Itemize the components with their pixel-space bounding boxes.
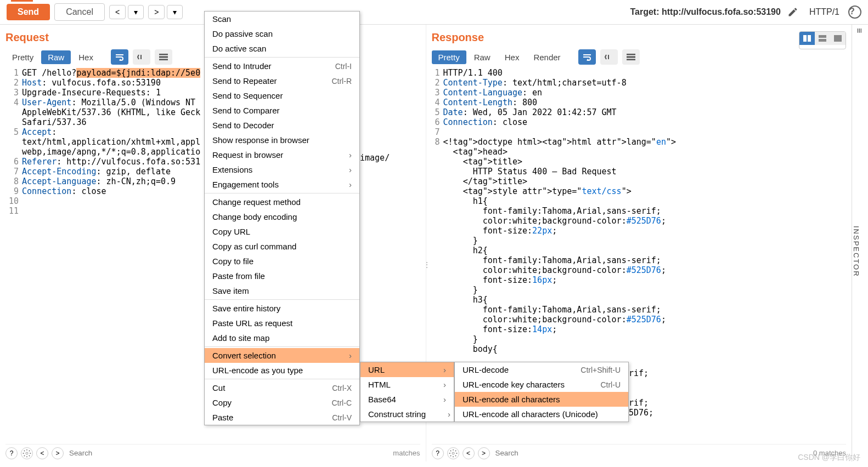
- menu-item[interactable]: Base64›: [360, 392, 454, 407]
- watermark: CSDN @李白你好: [798, 453, 860, 463]
- view-single-icon[interactable]: [830, 32, 846, 45]
- hamburger-icon[interactable]: [155, 49, 172, 65]
- svg-rect-6: [819, 35, 826, 38]
- response-search-input[interactable]: [493, 447, 810, 459]
- menu-item[interactable]: Scan: [205, 12, 359, 26]
- search-gear-icon[interactable]: [21, 447, 33, 459]
- menu-item[interactable]: Copy to file: [205, 254, 359, 269]
- menu-item[interactable]: Request in browser›: [205, 147, 359, 162]
- wrap-icon-resp[interactable]: [578, 49, 596, 65]
- svg-rect-9: [627, 54, 635, 55]
- tab-pretty[interactable]: Pretty: [5, 50, 40, 64]
- context-menu-main[interactable]: ScanDo passive scanDo active scanSend to…: [204, 11, 360, 425]
- request-search-input[interactable]: [67, 447, 390, 459]
- context-menu-url[interactable]: URL-decodeCtrl+Shift-UURL-encode key cha…: [454, 362, 629, 422]
- send-button[interactable]: Send: [7, 4, 50, 20]
- view-split-icon[interactable]: [799, 32, 815, 45]
- inspector-label: INSPECTOR: [852, 226, 860, 277]
- menu-item[interactable]: URL-encode key charactersCtrl-U: [455, 377, 628, 392]
- http-version[interactable]: HTTP/1: [809, 7, 839, 17]
- menu-item[interactable]: Change request method: [205, 195, 359, 209]
- menu-item[interactable]: Paste URL as request: [205, 316, 359, 331]
- view-stack-icon[interactable]: [815, 32, 830, 45]
- svg-rect-10: [627, 56, 635, 58]
- response-title: Response: [432, 31, 484, 44]
- svg-rect-8: [834, 35, 842, 42]
- menu-item[interactable]: Send to Comparer: [205, 103, 359, 118]
- cancel-button[interactable]: Cancel: [54, 3, 105, 21]
- newline-icon[interactable]: [133, 49, 150, 65]
- menu-item[interactable]: Send to IntruderCtrl-I: [205, 59, 359, 73]
- tab-render-resp[interactable]: Render: [527, 50, 567, 64]
- inspector-toggle-icon[interactable]: ≡: [854, 28, 864, 34]
- search-next-icon-resp[interactable]: >: [478, 447, 490, 459]
- menu-item[interactable]: URL-decodeCtrl+Shift-U: [455, 362, 628, 377]
- menu-item[interactable]: Send to Sequencer: [205, 88, 359, 103]
- forward-dropdown[interactable]: ▾: [167, 5, 183, 19]
- svg-rect-7: [819, 39, 826, 42]
- search-prev-icon-resp[interactable]: <: [463, 447, 475, 459]
- search-help-icon[interactable]: ?: [5, 447, 18, 459]
- tab-raw-resp[interactable]: Raw: [467, 50, 497, 64]
- request-search-matches: matches: [393, 449, 420, 457]
- search-help-icon-resp[interactable]: ?: [432, 447, 444, 459]
- search-gear-icon-resp[interactable]: [447, 447, 459, 459]
- menu-item[interactable]: Add to site map: [205, 331, 359, 345]
- menu-item[interactable]: Engagement tools›: [205, 177, 359, 192]
- tab-raw[interactable]: Raw: [41, 50, 71, 64]
- edit-target-icon[interactable]: [785, 4, 801, 20]
- menu-item[interactable]: Convert selection›: [205, 348, 359, 363]
- menu-item[interactable]: HTML›: [360, 377, 454, 392]
- menu-item[interactable]: CutCtrl-X: [205, 380, 359, 395]
- svg-rect-2: [159, 59, 168, 60]
- menu-item[interactable]: Extensions›: [205, 162, 359, 177]
- forward-button[interactable]: >: [148, 5, 165, 19]
- menu-item[interactable]: URL-encode as you type: [205, 363, 359, 378]
- view-toggle[interactable]: [799, 31, 846, 49]
- wrap-icon[interactable]: [111, 49, 128, 65]
- menu-item[interactable]: CopyCtrl-C: [205, 395, 359, 410]
- menu-item[interactable]: Copy URL: [205, 224, 359, 239]
- menu-item[interactable]: Do active scan: [205, 41, 359, 56]
- menu-item[interactable]: Send to RepeaterCtrl-R: [205, 73, 359, 88]
- overflow-css: rif;rif;5D76;: [629, 368, 653, 418]
- newline-icon-resp[interactable]: [600, 49, 618, 65]
- inspector-rail[interactable]: ≡ INSPECTOR: [852, 25, 868, 462]
- overflow-text: image/: [360, 153, 390, 163]
- tab-hex-resp[interactable]: Hex: [498, 50, 526, 64]
- menu-item[interactable]: Show response in browser: [205, 133, 359, 147]
- context-menu-convert[interactable]: URL›HTML›Base64›Construct string›: [360, 362, 454, 422]
- hamburger-icon-resp[interactable]: [622, 49, 640, 65]
- menu-item[interactable]: URL-encode all characters: [455, 392, 628, 407]
- menu-item[interactable]: Send to Decoder: [205, 118, 359, 133]
- menu-item[interactable]: PasteCtrl-V: [205, 410, 359, 425]
- menu-item[interactable]: URL›: [360, 362, 454, 377]
- svg-rect-0: [159, 54, 168, 55]
- svg-point-12: [452, 452, 454, 454]
- menu-item[interactable]: URL-encode all characters (Unicode): [455, 407, 628, 422]
- menu-item[interactable]: Copy as curl command: [205, 239, 359, 254]
- search-next-icon[interactable]: >: [52, 447, 64, 459]
- top-toolbar: Send Cancel < ▾ > ▾ Target: http://vulfo…: [0, 0, 868, 25]
- svg-rect-11: [627, 59, 635, 60]
- svg-rect-1: [159, 56, 168, 58]
- tab-hex[interactable]: Hex: [72, 50, 100, 64]
- svg-rect-4: [803, 35, 807, 42]
- drag-handle-icon[interactable]: ⋮: [423, 260, 431, 269]
- menu-item[interactable]: Save entire history: [205, 301, 359, 316]
- menu-item[interactable]: Save item: [205, 283, 359, 298]
- menu-item[interactable]: Construct string›: [360, 407, 454, 422]
- help-icon[interactable]: ?: [848, 5, 861, 19]
- target-label: Target: http://vulfocus.fofa.so:53190: [630, 7, 780, 17]
- back-button[interactable]: <: [109, 5, 126, 19]
- tab-pretty-resp[interactable]: Pretty: [432, 50, 466, 64]
- menu-item[interactable]: Change body encoding: [205, 209, 359, 224]
- svg-rect-5: [808, 35, 811, 42]
- back-dropdown[interactable]: ▾: [128, 5, 144, 19]
- svg-point-3: [26, 452, 28, 454]
- menu-item[interactable]: Do passive scan: [205, 26, 359, 41]
- menu-item[interactable]: Paste from file: [205, 269, 359, 283]
- search-prev-icon[interactable]: <: [36, 447, 48, 459]
